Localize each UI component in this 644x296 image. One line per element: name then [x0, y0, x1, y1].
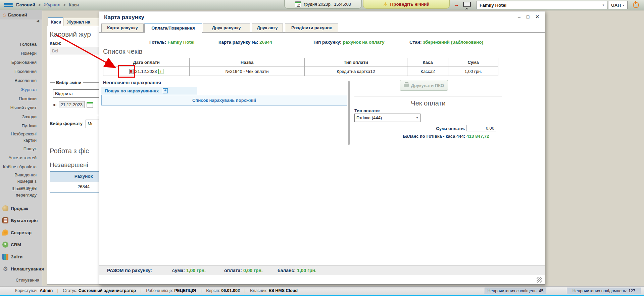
user-value: Admin	[40, 288, 53, 293]
checks-table: Дата оплати Назва Тип оплати Каса Сума 2…	[103, 58, 498, 76]
hamburger-menu-icon[interactable]	[4, 2, 13, 8]
sidebar-item-zhurnal[interactable]: Журнал	[0, 85, 39, 94]
divider	[354, 96, 502, 96]
calendar-day: 22	[295, 3, 301, 7]
sidebar-item-kabinet-bronista[interactable]: Кабінет броніста	[0, 162, 39, 171]
sidebar-item-putivky[interactable]: Путівки	[0, 121, 39, 130]
separator: |	[200, 288, 201, 293]
separator: |	[244, 288, 245, 293]
sidebar-item-vyvedennya-nomeriv[interactable]: Виведення номерів з продажу	[0, 171, 39, 185]
sidebar-item-shakhivka[interactable]: Шахівка для перегляду	[0, 185, 39, 199]
col-sum[interactable]: Сума	[448, 58, 498, 67]
power-button[interactable]	[633, 2, 639, 8]
status-bar-text: Користувач: Admin | Статус: Системный ад…	[15, 288, 298, 293]
tab-rozdilyty-rakhunok[interactable]: Розділити рахунок	[285, 24, 338, 32]
close-button[interactable]: ✕	[534, 14, 541, 20]
pay-type-select[interactable]: Готівка (444) ▼	[354, 114, 420, 122]
hotel-select[interactable]: Family Hotel ▼	[477, 1, 607, 9]
sidebar-item-nezberezheni-kartky[interactable]: Незбережені картки	[0, 130, 39, 144]
fiscal-heading: Робота з фіс	[50, 147, 89, 155]
shift-from-row: з: 21.12.2023	[53, 101, 93, 108]
sidebar-item-vyselennya[interactable]: Виселення	[0, 76, 39, 85]
owner-label: Власник:	[250, 288, 267, 293]
sidebar-item-bronyuvannya[interactable]: Бронювання	[0, 58, 39, 67]
sidebar-collapse-icon[interactable]: ◀	[37, 19, 39, 23]
checks-table-header: Дата оплати Назва Тип оплати Каса Сума	[103, 58, 498, 67]
info-label: Готель:	[149, 40, 166, 45]
empty-charges-message: Список нарахувань порожній	[101, 95, 347, 105]
sidebar-section-label: Бухгалтерія	[11, 218, 38, 223]
unread-messages-badge[interactable]: Непрочитаних повідомлень: 127	[567, 288, 641, 294]
breadcrumb-current: Каси	[69, 2, 79, 7]
owner-value: ES HMS Cloud	[268, 288, 298, 293]
monitor-icon[interactable]	[463, 2, 471, 7]
tab-druk-rakhunku[interactable]: Друк рахунку	[203, 24, 250, 32]
sidebar-section-nalashtuvannya[interactable]: ⚙ Налаштування	[0, 263, 42, 275]
tab-druk-aktu[interactable]: Друк акту	[252, 24, 283, 32]
search-charges-tab[interactable]: Пошук по нарахуваннях +	[101, 87, 197, 95]
unread-notifications-badge[interactable]: Непрочитаних сповіщень: 45	[485, 288, 546, 294]
col-kasa[interactable]: Каса	[407, 58, 448, 67]
breadcrumb-basic[interactable]: Базовий	[16, 2, 35, 7]
warning-icon: ⚠	[383, 1, 388, 7]
sidebar-section-bukhgalteriya[interactable]: Бухгалтерія	[0, 214, 42, 226]
check-row[interactable]: 21.12.2023 i №21940 - Чек оплати Кредитн…	[103, 67, 498, 76]
breadcrumb-separator: >	[63, 2, 66, 7]
search-charges-label: Пошук по нарахуваннях	[105, 88, 159, 93]
from-label: з:	[53, 102, 57, 107]
date-time-display: 22 грудня 2023р. 15:45:03	[284, 0, 362, 9]
pay-sum-label: Сума оплати:	[398, 126, 465, 131]
sidebar-item-pokoivky[interactable]: Покоївки	[0, 94, 39, 103]
sidebar-item-poselennya[interactable]: Поселення	[0, 67, 39, 76]
tab-oplata-povernennya[interactable]: Оплата/Повернення	[144, 24, 202, 33]
breadcrumb-journal[interactable]: Журнал	[44, 2, 60, 7]
sidebar-item-golovna[interactable]: Головна	[0, 40, 39, 49]
info-value: Family Hotel	[167, 40, 194, 45]
sidebar-section-crm[interactable]: CRM	[0, 239, 42, 251]
tab-kasy[interactable]: Каси	[48, 17, 63, 26]
print-pko-button[interactable]: Друкувати ПКО	[400, 80, 448, 91]
plus-icon[interactable]: +	[163, 88, 168, 93]
sidebar-section-sekretar[interactable]: Секретар	[0, 226, 42, 239]
dialog-title: Карта рахунку	[104, 14, 144, 21]
top-bar: Базовий > Журнал > Каси 22 грудня 2023р.…	[0, 0, 644, 10]
sidebar-section-prodazh[interactable]: Продаж	[0, 202, 42, 214]
sidebar-item-label: Базовий	[8, 12, 27, 17]
minimize-button[interactable]: –	[515, 14, 523, 20]
totals-sum-value: 1,00 грн.	[186, 268, 206, 273]
chevron-down-icon: ▼	[600, 4, 607, 7]
sidebar-item-ankety-hostei[interactable]: Анкети гостей	[0, 153, 39, 162]
sidebar-section-label: Продаж	[11, 206, 28, 211]
sidebar-item-nichnyi-audyt[interactable]: Нічний аудит	[0, 103, 39, 112]
sidebar-item-nomery[interactable]: Номери	[0, 49, 39, 58]
shift-group-legend: Вибір зміни	[55, 80, 83, 85]
col-pay-type[interactable]: Тип оплати	[305, 58, 407, 67]
maximize-button[interactable]: □	[524, 14, 532, 20]
dialog-tab-bar: Карта рахунку Оплата/Повернення Друк рах…	[99, 24, 545, 33]
tab-karta-rakhunku[interactable]: Карта рахунку	[101, 24, 144, 32]
sidebar-item-basic[interactable]: ⌂ Базовий	[0, 10, 42, 19]
info-icon[interactable]: i	[158, 69, 163, 74]
sidebar-item-zakhody[interactable]: Заходи	[0, 112, 39, 121]
night-audit-warning[interactable]: ⚠ Проведіть нічний	[363, 0, 450, 9]
checks-heading: Список чеків	[103, 48, 142, 55]
version-label: Версія:	[206, 288, 220, 293]
sidebar-section-zvity[interactable]: Звіти	[0, 251, 42, 263]
user-label: Користувач:	[15, 288, 39, 293]
resize-handle[interactable]	[537, 277, 542, 283]
swap-arrows-icon[interactable]: ↔	[454, 2, 459, 8]
calendar-icon: 22	[295, 1, 301, 7]
pay-sum-input[interactable]	[466, 125, 496, 131]
currency-select[interactable]: UAH ▼	[608, 1, 628, 9]
from-date-value[interactable]: 21.12.2023	[59, 101, 85, 108]
unfinished-heading: Незавершені	[50, 161, 88, 169]
sidebar-item-stykuvannya[interactable]: Стикування	[0, 278, 42, 283]
totals-sum: сума: 1,00 грн.	[172, 266, 206, 276]
col-name[interactable]: Назва	[190, 58, 305, 67]
workplace-label: Робоче місце:	[146, 288, 173, 293]
sale-icon	[2, 205, 8, 211]
calendar-icon[interactable]	[87, 102, 93, 108]
sidebar-item-poshuk[interactable]: Пошук	[0, 144, 39, 153]
bar-chart-icon	[2, 254, 8, 260]
col-date[interactable]: Дата оплати	[103, 58, 190, 67]
